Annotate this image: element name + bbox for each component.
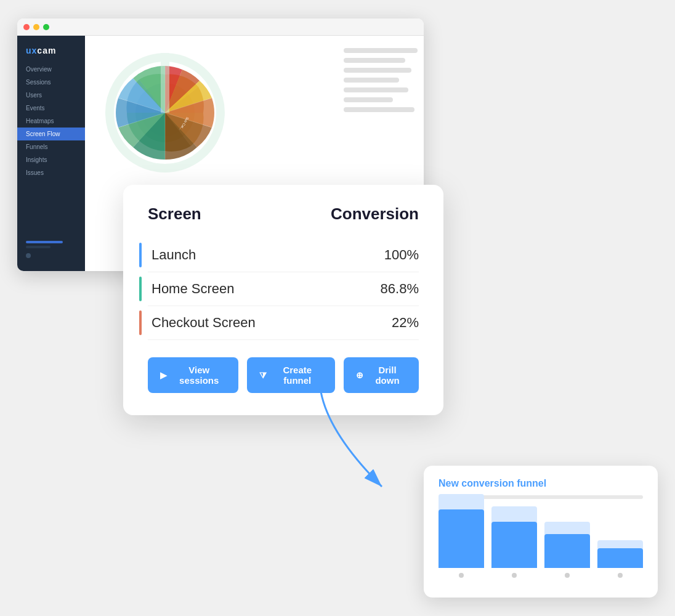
sidebar-item-heatmaps[interactable]: Heatmaps	[17, 115, 85, 128]
row-indicator-launch	[139, 243, 142, 267]
create-funnel-label: Create funnel	[272, 365, 323, 386]
drill-down-label: Drill down	[368, 365, 406, 386]
row-conversion-launch: 100%	[384, 247, 419, 263]
funnel-card-title: New conversion funnel	[439, 478, 643, 489]
browser-titlebar	[17, 18, 424, 36]
funnel-bar-inner-1	[439, 509, 484, 568]
dot-yellow	[33, 24, 39, 30]
row-screen-checkout: Checkout Screen	[148, 315, 256, 331]
sidebar-item-issues[interactable]: Issues	[17, 166, 85, 179]
card-row-home: Home Screen 86.8%	[148, 272, 419, 306]
card-header-screen: Screen	[148, 205, 201, 224]
create-funnel-button[interactable]: ⧩ Create funnel	[247, 357, 335, 393]
sidebar-item-funnels[interactable]: Funnels	[17, 140, 85, 153]
sidebar-item-screenflow[interactable]: Screen Flow	[17, 128, 85, 140]
funnel-dot-2	[512, 573, 517, 578]
funnel-bar-group-3	[544, 522, 590, 578]
drill-icon: ⊕	[356, 370, 363, 380]
legend-bar-3	[344, 68, 411, 73]
main-card: Screen Conversion Launch 100% Home Scree…	[123, 185, 443, 415]
funnel-chart	[439, 509, 643, 583]
sidebar-dot-row	[26, 253, 76, 258]
sidebar-item-events[interactable]: Events	[17, 102, 85, 115]
sidebar-progress-bar	[26, 241, 63, 243]
sidebar-item-sessions[interactable]: Sessions	[17, 76, 85, 89]
row-indicator-checkout	[139, 310, 142, 335]
funnel-bar-group-1	[439, 494, 484, 578]
card-row-checkout: Checkout Screen 22%	[148, 306, 419, 340]
card-header: Screen Conversion	[148, 205, 419, 224]
card-row-launch: Launch 100%	[148, 238, 419, 272]
legend-bar-5	[344, 87, 408, 92]
funnel-bar-outer-2	[491, 506, 537, 568]
funnel-bar-outer-4	[597, 540, 643, 568]
play-icon: ▶	[160, 370, 167, 380]
legend-bar-4	[344, 78, 399, 83]
sidebar-logo: uxcam	[17, 43, 85, 63]
funnel-bar-outer-3	[544, 522, 590, 568]
dot-green	[43, 24, 49, 30]
row-screen-home: Home Screen	[148, 281, 235, 297]
card-buttons: ▶ View sessions ⧩ Create funnel ⊕ Drill …	[148, 357, 419, 393]
row-conversion-checkout: 22%	[392, 315, 419, 331]
svg-text:Order...: Order...	[177, 39, 187, 40]
row-screen-launch: Launch	[148, 247, 196, 263]
funnel-bar-inner-3	[544, 534, 590, 568]
legend-bar-1	[344, 48, 418, 53]
funnel-dot-3	[565, 573, 570, 578]
sidebar: uxcam Overview Sessions Users Events Hea…	[17, 36, 85, 271]
sidebar-item-insights[interactable]: Insights	[17, 153, 85, 166]
sunburst-chart: Launch	[91, 39, 239, 187]
legend-bars	[344, 48, 418, 112]
legend-bar-2	[344, 58, 405, 63]
funnel-dot-1	[459, 573, 464, 578]
funnel-bar-outer-1	[439, 494, 484, 568]
funnel-bar-inner-2	[491, 522, 537, 568]
funnel-bar-group-4	[597, 540, 643, 578]
sidebar-item-users[interactable]: Users	[17, 89, 85, 102]
funnel-card: New conversion funnel	[424, 466, 658, 598]
sidebar-progress-bar-sm	[26, 246, 51, 248]
funnel-bar-group-2	[491, 506, 537, 578]
filter-icon: ⧩	[259, 370, 267, 381]
legend-bar-6	[344, 97, 393, 102]
view-sessions-button[interactable]: ▶ View sessions	[148, 357, 238, 393]
card-header-conversion: Conversion	[331, 205, 419, 224]
drill-down-button[interactable]: ⊕ Drill down	[344, 357, 419, 393]
dot-red	[23, 24, 30, 30]
view-sessions-label: View sessions	[172, 365, 226, 386]
funnel-dot-4	[618, 573, 623, 578]
row-conversion-home: 86.8%	[381, 281, 419, 297]
legend-bar-7	[344, 107, 414, 112]
row-indicator-home	[139, 277, 142, 301]
sidebar-item-overview[interactable]: Overview	[17, 63, 85, 76]
funnel-bar-inner-4	[597, 548, 643, 568]
